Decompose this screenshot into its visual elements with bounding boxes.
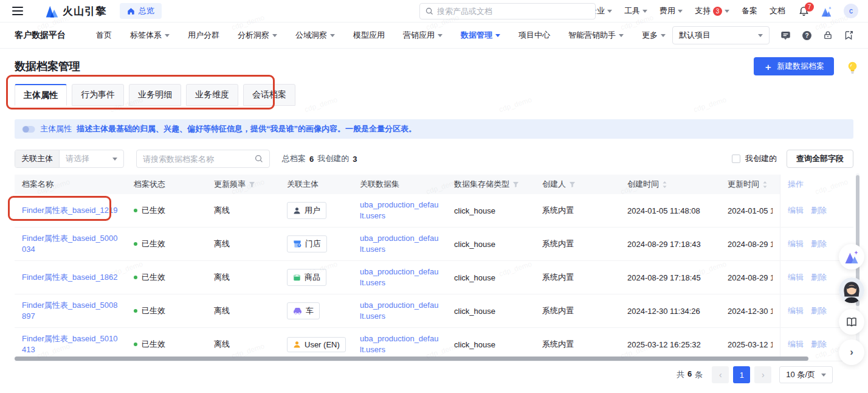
sort-icon[interactable]	[762, 181, 768, 189]
ai-assistant-button[interactable]	[839, 244, 864, 270]
product-search[interactable]	[419, 3, 596, 19]
column-header-数据集存储类型[interactable]: 数据集存储类型	[447, 175, 535, 194]
nav-item-用户分群[interactable]: 用户分群	[188, 30, 219, 41]
next-page-button[interactable]: ›	[754, 366, 771, 383]
topbar-menu-工具[interactable]: 工具	[624, 5, 647, 16]
tab-业务明细[interactable]: 业务明细	[129, 84, 181, 106]
delete-link[interactable]: 删除	[811, 305, 827, 316]
ai-assistant-entry-icon[interactable]	[820, 5, 833, 17]
bookmark-arrow-icon[interactable]	[844, 30, 853, 40]
created-by-me-checkbox[interactable]: 我创建的	[732, 153, 777, 164]
pagination-total: 共6条	[677, 369, 703, 380]
query-all-fields-button[interactable]: 查询全部字段	[787, 150, 853, 168]
topbar-menu-文档[interactable]: 文档	[770, 5, 785, 16]
chevron-down-icon	[725, 10, 729, 13]
volcengine-logo[interactable]: 火山引擎	[45, 4, 106, 18]
expand-rail-chevron[interactable]: ›	[839, 339, 864, 365]
nav-item-标签体系[interactable]: 标签体系	[130, 30, 170, 41]
topbar-menu-支持[interactable]: 支持3	[695, 5, 729, 16]
help-icon[interactable]: ?	[802, 30, 812, 41]
product-search-input[interactable]	[437, 7, 590, 16]
archive-name-link[interactable]: Finder属性表_baseid_5000034	[22, 233, 119, 255]
filter-icon[interactable]	[569, 181, 576, 188]
nav-item-数据管理[interactable]: 数据管理	[461, 30, 500, 41]
archive-name-link[interactable]: Finder属性表_baseid_1219	[22, 205, 118, 216]
edit-link[interactable]: 编辑	[788, 339, 804, 350]
horizontal-scrollbar[interactable]	[15, 356, 853, 361]
tab-行为事件[interactable]: 行为事件	[72, 84, 124, 106]
docs-book-icon[interactable]	[839, 309, 864, 335]
archive-search[interactable]	[136, 150, 270, 168]
nav-item-公域洞察[interactable]: 公域洞察	[295, 30, 335, 41]
nav-item-项目中心[interactable]: 项目中心	[518, 30, 550, 41]
archive-name-link[interactable]: Finder属性表_baseid_5010413	[22, 333, 119, 355]
support-agent-avatar[interactable]	[839, 277, 864, 303]
nav-item-营销应用[interactable]: 营销应用	[403, 30, 443, 41]
overview-button[interactable]: 总览	[120, 3, 162, 19]
nav-item-首页[interactable]: 首页	[96, 30, 112, 41]
nav-item-模型应用[interactable]: 模型应用	[353, 30, 385, 41]
dataset-link[interactable]: uba_production_default.users	[360, 266, 439, 288]
lightbulb-icon[interactable]	[847, 61, 858, 78]
chevron-down-icon	[607, 10, 612, 13]
nav-item-分析洞察[interactable]: 分析洞察	[238, 30, 277, 41]
storage-type-label: click_house	[454, 206, 495, 215]
page-size-select[interactable]: 10 条/页	[779, 366, 833, 383]
archive-name-link[interactable]: Finder属性表_baseid_5008897	[22, 300, 119, 322]
update-frequency-cell: 离线	[207, 228, 280, 260]
nav-item-智能营销助手[interactable]: 智能营销助手	[568, 30, 624, 41]
tab-主体属性[interactable]: 主体属性	[15, 84, 67, 106]
project-select[interactable]: 默认项目	[672, 26, 770, 44]
updated-time-cell: 2025-03-12 16:2	[720, 328, 780, 361]
page-title: 数据档案管理	[15, 59, 80, 74]
delete-link[interactable]: 删除	[811, 205, 827, 216]
user-avatar[interactable]: c	[844, 4, 858, 18]
sort-icon[interactable]	[662, 181, 667, 189]
archive-search-input[interactable]	[143, 155, 255, 164]
dataset-link[interactable]: uba_production_default.users	[360, 200, 439, 221]
filter-icon[interactable]	[512, 181, 519, 188]
info-banner: 主体属性 描述主体最基础的归属、兴趣、偏好等特征信息，提供“我是谁”的画像内容。…	[15, 119, 853, 139]
archive-name-cell: Finder属性表_baseid_1862	[15, 261, 126, 294]
column-header-创建人[interactable]: 创建人	[535, 175, 620, 194]
horizontal-scrollbar-thumb[interactable]	[15, 356, 808, 361]
notifications-button[interactable]: 7	[799, 6, 809, 16]
hamburger-menu-icon[interactable]	[12, 7, 23, 15]
column-header-更新频率[interactable]: 更新频率	[207, 175, 280, 194]
dataset-link[interactable]: uba_production_default.users	[360, 300, 439, 322]
filter-bar: 关联主体 请选择 总档案6 我创建的3 我创建的 查询全部字段	[15, 150, 853, 168]
feedback-icon[interactable]	[780, 30, 791, 41]
dataset-cell: uba_production_default.users	[353, 294, 447, 327]
nav-item-label: 项目中心	[518, 30, 550, 41]
column-header-创建时间[interactable]: 创建时间	[620, 175, 720, 194]
topbar-menu-备案[interactable]: 备案	[742, 5, 757, 16]
edit-link[interactable]: 编辑	[788, 272, 804, 283]
dataset-link[interactable]: uba_production_default.users	[360, 333, 439, 355]
nav-item-更多[interactable]: 更多	[642, 30, 666, 41]
storage-type-cell: click_house	[447, 194, 535, 227]
archive-name-link[interactable]: Finder属性表_baseid_1862	[22, 272, 118, 283]
tab-业务维度[interactable]: 业务维度	[186, 84, 238, 106]
edit-link[interactable]: 编辑	[788, 205, 804, 216]
dataset-link[interactable]: uba_production_default.users	[360, 233, 439, 255]
edit-link[interactable]: 编辑	[788, 238, 804, 249]
column-header-关联数据集[interactable]: 关联数据集	[353, 175, 447, 194]
current-page-button[interactable]: 1	[733, 366, 750, 383]
edit-link[interactable]: 编辑	[788, 305, 804, 316]
archive-name-cell: Finder属性表_baseid_5010413	[15, 328, 126, 361]
delete-link[interactable]: 删除	[811, 238, 827, 249]
subject-filter-select[interactable]: 关联主体 请选择	[15, 150, 124, 168]
delete-link[interactable]: 删除	[811, 272, 827, 283]
create-archive-button[interactable]: ＋ 新建数据档案	[754, 57, 834, 75]
topbar-menu-费用[interactable]: 费用	[660, 5, 683, 16]
lock-icon[interactable]	[823, 30, 833, 40]
nav-items: 首页标签体系用户分群分析洞察公域洞察模型应用营销应用数据管理项目中心智能营销助手…	[96, 30, 666, 41]
column-header-关联主体[interactable]: 关联主体	[280, 175, 353, 194]
column-header-更新时间[interactable]: 更新时间	[720, 175, 780, 194]
prev-page-button[interactable]: ‹	[712, 366, 729, 383]
filter-icon[interactable]	[249, 181, 255, 188]
checkbox-box[interactable]	[732, 155, 740, 163]
delete-link[interactable]: 删除	[811, 339, 827, 350]
subject-cell: 用户	[280, 194, 353, 227]
tab-会话档案[interactable]: 会话档案	[243, 84, 295, 106]
